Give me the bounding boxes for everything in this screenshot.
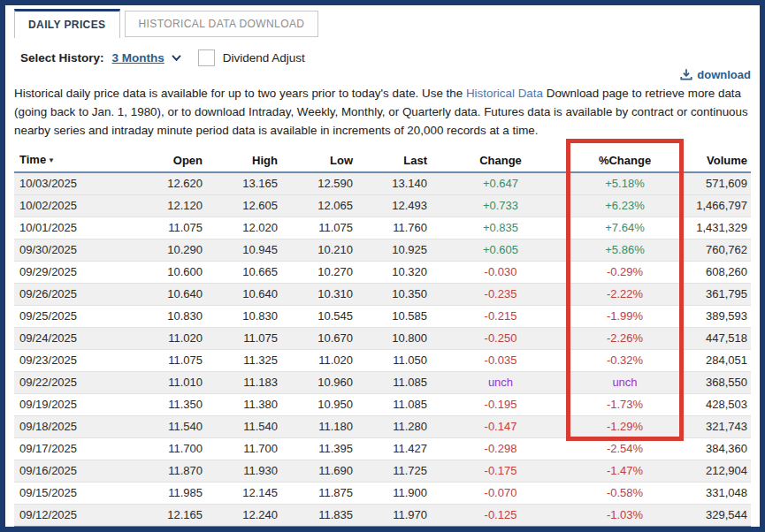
cell-open: 11.985: [131, 483, 206, 505]
cell-last: 10.350: [356, 284, 431, 306]
cell-last: 10.320: [356, 262, 431, 284]
history-dropdown[interactable]: 3 Months: [112, 51, 164, 65]
cell-volume: 389,593: [679, 306, 751, 328]
price-table: Time▼ Open High Low Last Change %Change …: [14, 148, 751, 528]
cell-low: 11.020: [281, 350, 356, 372]
cell-change: -0.235: [431, 284, 570, 306]
cell-volume: 447,518: [679, 328, 751, 350]
cell-pct-change: -2.26%: [570, 328, 679, 350]
table-row: 09/22/202511.01011.18310.96011.085unchun…: [14, 372, 751, 394]
cell-last: 11.900: [356, 483, 431, 505]
cell-last: 11.280: [356, 416, 431, 438]
cell-open: 11.540: [131, 416, 206, 438]
cell-pct-change: +6.23%: [570, 195, 679, 217]
cell-change: +0.733: [431, 195, 570, 217]
col-header-low[interactable]: Low: [281, 148, 356, 172]
cell-change: +0.835: [431, 217, 570, 239]
col-header-last[interactable]: Last: [356, 148, 431, 172]
cell-open: 12.120: [131, 195, 206, 217]
col-header-change[interactable]: Change: [431, 148, 570, 172]
cell-low: 10.270: [281, 262, 356, 284]
table-row: 09/30/202510.29010.94510.21010.925+0.605…: [14, 239, 751, 262]
cell-high: 10.830: [206, 306, 281, 328]
cell-last: 12.493: [356, 195, 431, 217]
cell-volume: 284,051: [679, 350, 751, 372]
cell-high: 12.605: [206, 195, 281, 217]
cell-time: 09/30/2025: [14, 239, 131, 262]
cell-high: 11.325: [206, 350, 281, 372]
table-row: 10/03/202512.62013.16512.59013.140+0.647…: [14, 172, 751, 195]
cell-change: -0.175: [431, 460, 570, 483]
cell-high: 10.945: [206, 239, 281, 262]
table-header-row: Time▼ Open High Low Last Change %Change …: [14, 148, 751, 172]
cell-volume: 321,743: [679, 416, 751, 438]
tab-daily-prices[interactable]: DAILY PRICES: [14, 9, 120, 38]
cell-open: 12.165: [131, 505, 206, 528]
cell-time: 09/15/2025: [14, 483, 131, 505]
download-label: download: [697, 68, 751, 81]
table-row: 09/23/202511.07511.32511.02011.050-0.035…: [14, 350, 751, 372]
cell-high: 11.075: [206, 328, 281, 350]
cell-high: 11.930: [206, 460, 281, 483]
col-header-high[interactable]: High: [206, 148, 281, 172]
cell-pct-change: -0.58%: [570, 483, 679, 505]
cell-low: 10.950: [281, 394, 356, 416]
chevron-down-icon[interactable]: [171, 52, 182, 64]
cell-change: -0.195: [431, 394, 570, 416]
cell-open: 11.075: [131, 217, 206, 239]
historical-data-link[interactable]: Historical Data: [466, 87, 543, 100]
cell-low: 11.180: [281, 416, 356, 438]
cell-change: -0.215: [431, 306, 570, 328]
cell-time: 09/16/2025: [14, 460, 131, 483]
table-row: 09/17/202511.70011.70011.39511.427-0.298…: [14, 438, 751, 460]
cell-time: 10/03/2025: [14, 172, 131, 195]
cell-low: 11.875: [281, 483, 356, 505]
col-header-volume[interactable]: Volume: [679, 148, 751, 172]
cell-low: 10.960: [281, 372, 356, 394]
download-icon: [680, 68, 692, 80]
cell-time: 09/23/2025: [14, 350, 131, 372]
cell-time: 09/17/2025: [14, 438, 131, 460]
col-header-pct-change[interactable]: %Change: [570, 148, 679, 172]
cell-high: 12.020: [206, 217, 281, 239]
table-row: 09/16/202511.87011.93011.69011.725-0.175…: [14, 460, 751, 483]
table-row: 09/26/202510.64010.64010.31010.350-0.235…: [14, 284, 751, 306]
cell-change: -0.030: [431, 262, 570, 284]
cell-last: 11.427: [356, 438, 431, 460]
cell-pct-change: -1.47%: [570, 460, 679, 483]
col-header-open[interactable]: Open: [131, 148, 206, 172]
cell-time: 09/25/2025: [14, 306, 131, 328]
table-row: 09/15/202511.98512.14511.87511.900-0.070…: [14, 483, 751, 505]
cell-last: 11.085: [356, 372, 431, 394]
download-link[interactable]: download: [680, 66, 751, 82]
cell-high: 10.640: [206, 284, 281, 306]
cell-volume: 1,466,797: [679, 195, 751, 217]
table-row: 09/29/202510.60010.66510.27010.320-0.030…: [14, 262, 751, 284]
cell-low: 11.835: [281, 505, 356, 528]
cell-change: -0.298: [431, 438, 570, 460]
page-frame: DAILY PRICES HISTORICAL DATA DOWNLOAD Se…: [0, 0, 765, 532]
sort-desc-icon: ▼: [48, 156, 55, 164]
tab-historical-data-download[interactable]: HISTORICAL DATA DOWNLOAD: [125, 11, 319, 37]
cell-pct-change: -1.99%: [570, 306, 679, 328]
cell-change: -0.125: [431, 505, 570, 528]
cell-last: 11.970: [356, 505, 431, 528]
cell-open: 11.075: [131, 350, 206, 372]
cell-last: 11.725: [356, 460, 431, 483]
price-table-body: 10/03/202512.62013.16512.59013.140+0.647…: [14, 172, 751, 527]
table-row: 09/18/202511.54011.54011.18011.280-0.147…: [14, 416, 751, 438]
cell-last: 11.050: [356, 350, 431, 372]
dividend-adjust-checkbox[interactable]: [198, 49, 215, 66]
tab-bar: DAILY PRICES HISTORICAL DATA DOWNLOAD: [14, 9, 751, 38]
cell-low: 12.590: [281, 172, 356, 195]
col-header-time[interactable]: Time▼: [14, 148, 131, 172]
table-row: 09/19/202511.35011.38010.95011.085-0.195…: [14, 394, 751, 416]
cell-pct-change: unch: [570, 372, 679, 394]
cell-volume: 1,431,329: [679, 217, 751, 239]
cell-low: 11.395: [281, 438, 356, 460]
cell-change: +0.647: [431, 172, 570, 195]
cell-volume: 331,048: [679, 483, 751, 505]
cell-time: 10/02/2025: [14, 195, 131, 217]
cell-high: 11.380: [206, 394, 281, 416]
cell-change: -0.070: [431, 483, 570, 505]
